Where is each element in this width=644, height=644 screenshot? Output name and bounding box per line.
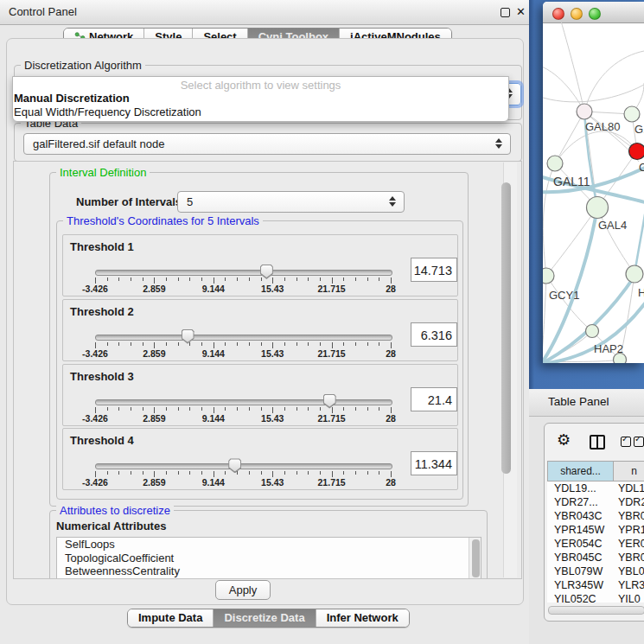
cell-shared-name: YBR045C [554,552,603,564]
table-row[interactable]: YBR045CYBR0 [547,551,644,564]
cell-name: YBL0 [618,565,644,577]
cell-shared-name: YBR043C [554,510,603,522]
table-row[interactable]: YIL052CYIL0 [547,592,644,603]
pane-scrollbar-thumb[interactable] [501,182,511,474]
close-traffic-light-icon[interactable] [552,8,564,20]
network-edge [543,85,644,102]
table-row[interactable]: YPR145WYPR1 [547,523,644,537]
checkbox-checked-icon[interactable] [634,437,644,447]
network-edge [560,22,584,112]
tab-discretize-data[interactable]: Discretize Data [213,609,315,627]
group-title: Threshold's Coordinates for 5 Intervals [63,214,263,227]
network-view-window: GAL80G.CGAL11GAL4GCY1HHAP2 [543,2,644,363]
slider-track[interactable] [95,399,392,405]
cell-name: YDR2 [618,496,644,508]
network-node[interactable] [624,106,640,122]
combo-spinner-icon [495,137,502,150]
popup-option-manual[interactable]: Manual Discretization [14,92,130,105]
combo-value: galFiltered.sif default node [33,137,164,150]
checkbox-checked-icon[interactable] [621,437,631,447]
close-icon[interactable]: ✕ [516,5,526,18]
network-node-label: GCY1 [549,289,579,302]
cell-name: YPR1 [618,524,644,536]
network-node-label: GAL4 [598,219,627,232]
pane-scrollbar-track[interactable] [503,163,517,577]
minimize-traffic-light-icon[interactable] [571,8,583,20]
list-scrollbar[interactable] [469,538,481,579]
network-edge [584,51,644,112]
network-node[interactable] [629,143,644,160]
network-edge [543,66,584,112]
network-node[interactable] [577,104,592,119]
cell-name: YDL1 [618,482,644,494]
gear-icon[interactable]: ⚙ [557,430,571,450]
threshold-label: Threshold 3 [70,370,134,383]
table-row[interactable]: YDR27...YDR2 [547,495,644,509]
zoom-traffic-light-icon[interactable] [589,8,601,20]
threshold-panel-4: Threshold 4-3.4262.8599.14415.4321.71528… [62,428,458,490]
network-node[interactable] [586,325,599,338]
table-row[interactable]: YLR345WYLR3 [547,578,644,592]
network-edge [597,207,634,274]
table-panel-titlebar: Table Panel [529,389,644,417]
cell-shared-name: YLR345W [554,579,603,591]
tab-label: Impute Data [138,609,202,627]
threshold-value-field[interactable]: 11.344 [411,451,457,475]
list-scrollbar-thumb[interactable] [472,539,480,577]
table-row[interactable]: YDL19...YDL1 [547,481,644,495]
network-node[interactable] [547,156,563,171]
column-header-shared-name[interactable]: shared... [548,462,614,481]
network-node-label: GAL11 [553,175,590,188]
cyni-bottom-tabbar: Impute DataDiscretize DataInfer Network [127,609,410,628]
attribute-list-item[interactable]: TopologicalCoefficient [57,552,481,565]
threshold-coordinates-group: Threshold's Coordinates for 5 Intervals … [56,220,463,500]
attribute-list-item[interactable]: SelfLoops [57,538,481,552]
slider-tick-labels: -3.4262.8599.14415.4321.71528 [95,348,391,359]
split-view-icon[interactable] [590,435,605,450]
network-node-label: G. [634,123,644,136]
table-data-combobox[interactable]: galFiltered.sif default node [23,133,511,155]
cell-shared-name: YIL052C [554,593,596,603]
network-node[interactable] [543,268,554,284]
cyni-toolbox-panel: Discretization Algorithm Select algorith… [6,38,524,605]
network-graph-canvas[interactable]: GAL80G.CGAL11GAL4GCY1HHAP2 [543,22,644,363]
slider-track[interactable] [95,463,392,469]
node-table-panel: ⚙ shared... n YDL19...YDL1YDR27...YDR2YB… [544,423,644,622]
float-panel-icon[interactable] [501,8,510,17]
tab-infer-network[interactable]: Infer Network [316,609,409,627]
number-of-intervals-combobox[interactable]: 5 [177,191,405,213]
popup-option-equal-width[interactable]: Equal Width/Frequency Discretization [14,105,201,118]
network-node[interactable] [626,265,643,283]
table-row[interactable]: YER054CYER0 [547,537,644,551]
table-panel-title: Table Panel [548,395,609,408]
threshold-value-field[interactable]: 14.713 [411,258,457,282]
algorithm-dropdown-popup: Select algorithm to view settings Manual… [12,76,509,122]
cell-shared-name: YDL19... [554,482,596,494]
network-edge-highlighted [543,207,597,363]
table-horizontal-scrollbar[interactable] [548,606,644,615]
network-node-label: H [638,286,644,299]
table-row[interactable]: YBL079WYBL0 [547,564,644,578]
table-row[interactable]: YBR043CYBR0 [547,509,644,523]
threshold-panel-3: Threshold 3-3.4262.8599.14415.4321.71528… [62,364,458,426]
group-title: Interval Definition [56,166,150,179]
group-title: Discretization Algorithm [21,59,145,72]
attribute-list-item[interactable]: BetweennessCentrality [57,564,481,578]
slider-tick-labels: -3.4262.8599.14415.4321.71528 [95,413,391,424]
slider-track[interactable] [95,270,392,276]
column-header-name[interactable]: n [614,462,644,481]
cell-name: YER0 [618,538,644,550]
threshold-value-field[interactable]: 6.316 [411,322,457,347]
threshold-panel-2: Threshold 2-3.4262.8599.14415.4321.71528… [62,299,458,361]
numerical-attributes-list[interactable]: SelfLoopsTopologicalCoefficientBetweenne… [56,537,481,579]
cell-shared-name: YER054C [554,538,603,550]
settings-scroll-pane: Interval Definition Number of Intervals … [13,161,522,579]
slider-tick-labels: -3.4262.8599.14415.4321.71528 [95,477,391,488]
network-node[interactable] [587,197,609,219]
tab-impute-data[interactable]: Impute Data [128,609,213,627]
apply-button[interactable]: Apply [215,580,271,600]
threshold-value-field[interactable]: 21.4 [411,387,457,411]
network-edge [555,131,637,163]
slider-track[interactable] [95,335,392,341]
table-header-row: shared... n [547,461,644,481]
